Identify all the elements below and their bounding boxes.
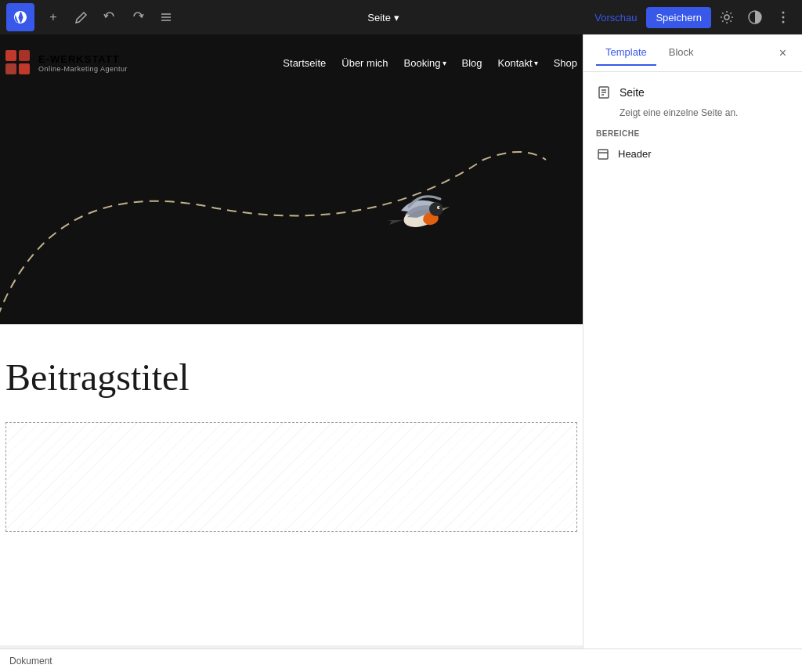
header-area-icon xyxy=(596,147,610,161)
nav-startseite[interactable]: Startseite xyxy=(283,57,326,69)
page-selector[interactable]: Seite ▾ xyxy=(361,9,406,27)
svg-point-7 xyxy=(782,21,785,23)
svg-point-10 xyxy=(429,202,443,216)
right-panel: Template Block × Seite Zeigt eine einzel… xyxy=(583,34,802,649)
logo-squares xyxy=(5,50,31,75)
preview-button[interactable]: Vorschau xyxy=(588,7,643,28)
more-options-button[interactable] xyxy=(771,5,796,30)
bird-icon xyxy=(385,187,456,242)
add-button[interactable]: + xyxy=(41,5,66,30)
nav-blog[interactable]: Blog xyxy=(462,57,482,69)
post-content: Beitragstitel xyxy=(0,324,583,547)
logo-square-4 xyxy=(19,63,30,74)
toolbar-right: Vorschau Speichern xyxy=(588,5,796,30)
settings-button[interactable] xyxy=(714,5,739,30)
post-title: Beitragstitel xyxy=(5,356,577,399)
tab-block[interactable]: Block xyxy=(659,40,703,66)
toolbar-center: Seite ▾ xyxy=(182,9,585,27)
seite-desc: Zeigt eine einzelne Seite an. xyxy=(620,107,789,120)
nav-shop[interactable]: Shop xyxy=(554,57,577,69)
status-bar: Dokument xyxy=(0,649,802,672)
page-canvas: E-WERKSTATT Online-Marketing Agentur Sta… xyxy=(0,34,583,645)
nav-booking[interactable]: Booking ▾ xyxy=(404,57,446,69)
undo-button[interactable] xyxy=(97,5,122,30)
bereiche-label: BEREICHE xyxy=(596,129,789,138)
logo-text: E-WERKSTATT Online-Marketing Agentur xyxy=(38,53,128,73)
wp-logo[interactable] xyxy=(6,3,34,31)
site-nav: E-WERKSTATT Online-Marketing Agentur Sta… xyxy=(0,34,583,91)
logo-square-1 xyxy=(5,50,16,61)
main-area: E-WERKSTATT Online-Marketing Agentur Sta… xyxy=(0,34,802,649)
edit-button[interactable] xyxy=(69,5,94,30)
svg-point-3 xyxy=(724,15,729,20)
logo-square-2 xyxy=(19,50,30,61)
logo-subtitle: Online-Marketing Agentur xyxy=(38,65,128,73)
svg-point-6 xyxy=(782,16,785,19)
logo-square-3 xyxy=(5,63,16,74)
canvas-area[interactable]: E-WERKSTATT Online-Marketing Agentur Sta… xyxy=(0,34,583,649)
tab-template[interactable]: Template xyxy=(596,40,656,66)
main-nav: Startseite Über mich Booking ▾ Blog Kont… xyxy=(283,57,577,69)
logo-title: E-WERKSTATT xyxy=(38,53,128,65)
list-view-button[interactable] xyxy=(154,5,179,30)
svg-point-12 xyxy=(439,207,440,208)
site-logo: E-WERKSTATT Online-Marketing Agentur xyxy=(5,50,128,75)
panel-header-area[interactable]: Header xyxy=(596,144,789,164)
svg-rect-17 xyxy=(598,150,608,159)
redo-button[interactable] xyxy=(125,5,150,30)
panel-close-button[interactable]: × xyxy=(776,44,789,63)
panel-seite-item: Seite xyxy=(596,85,789,100)
status-label: Dokument xyxy=(9,656,52,667)
header-area-label: Header xyxy=(618,148,652,160)
toolbar: + Seite ▾ Vorschau Speichern xyxy=(0,0,802,34)
panel-header: Template Block × xyxy=(583,34,802,72)
nav-ueber-mich[interactable]: Über mich xyxy=(341,57,388,69)
seite-page-icon xyxy=(596,85,612,100)
style-button[interactable] xyxy=(742,5,768,30)
content-placeholder[interactable] xyxy=(5,422,577,532)
panel-tabs: Template Block xyxy=(596,40,776,66)
save-button[interactable]: Speichern xyxy=(646,7,711,28)
panel-body: Seite Zeigt eine einzelne Seite an. BERE… xyxy=(583,72,802,177)
svg-point-5 xyxy=(782,12,785,14)
nav-kontakt[interactable]: Kontakt ▾ xyxy=(498,57,538,69)
seite-title: Seite xyxy=(620,86,645,99)
hero-section: E-WERKSTATT Online-Marketing Agentur Sta… xyxy=(0,34,583,324)
